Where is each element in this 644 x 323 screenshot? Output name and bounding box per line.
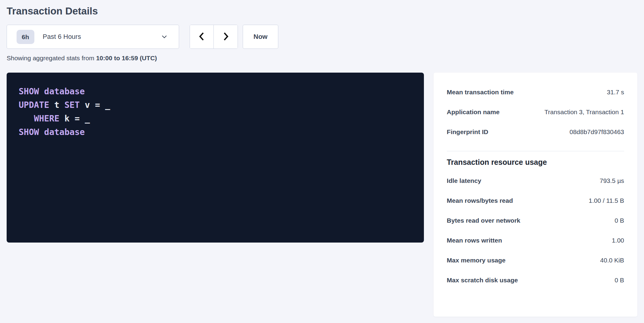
stat-label: Mean transaction time: [447, 89, 520, 96]
stat-value: 1.00: [612, 237, 624, 244]
next-range-button[interactable]: [214, 25, 238, 49]
transaction-details-card: Mean transaction time31.7 sApplication n…: [434, 73, 637, 317]
stat-label: Idle latency: [447, 177, 487, 184]
stat-label: Max scratch disk usage: [447, 277, 524, 284]
chevron-right-icon: [221, 31, 230, 43]
prev-range-button[interactable]: [190, 25, 214, 49]
stat-label: Fingerprint ID: [447, 128, 494, 136]
now-button[interactable]: Now: [243, 25, 278, 49]
time-controls-row: 6h Past 6 Hours Now: [7, 25, 637, 49]
main-content-row: SHOW databaseUPDATE t SET v = _ WHERE k …: [7, 73, 637, 317]
stat-row: Idle latency793.5 µs: [447, 171, 624, 191]
sql-token: SET: [65, 100, 80, 110]
stat-row: Max scratch disk usage0 B: [447, 270, 624, 290]
stat-label: Mean rows/bytes read: [447, 197, 519, 204]
sql-token: [19, 114, 34, 124]
sql-token: [39, 127, 44, 137]
sql-statement-box: SHOW databaseUPDATE t SET v = _ WHERE k …: [7, 73, 424, 243]
sql-token: WHERE: [34, 114, 59, 124]
chevron-left-icon: [197, 31, 206, 43]
sql-token: [39, 86, 44, 96]
aggregated-stats-summary: Showing aggregated stats from10:00 to 16…: [7, 55, 637, 62]
sql-line: SHOW database: [19, 85, 412, 98]
stat-value: 0 B: [614, 217, 624, 224]
time-range-arrows: [190, 25, 238, 49]
time-range-badge: 6h: [17, 30, 34, 44]
transaction-details-page: Transaction Details 6h Past 6 Hours Now: [0, 0, 644, 321]
sql-token: SHOW: [19, 86, 39, 96]
stat-row: Mean rows/bytes read1.00 / 11.5 B: [447, 191, 624, 211]
stat-row: Bytes read over network0 B: [447, 211, 624, 230]
time-range-label: Past 6 Hours: [43, 33, 81, 41]
stat-row: Application nameTransaction 3, Transacti…: [447, 102, 624, 122]
time-range-dropdown[interactable]: 6h Past 6 Hours: [7, 25, 179, 49]
sql-token: database: [44, 127, 85, 137]
page-title: Transaction Details: [7, 5, 637, 17]
stat-value: 31.7 s: [607, 89, 624, 96]
stat-value: 0 B: [614, 277, 624, 284]
stat-value: 1.00 / 11.5 B: [589, 197, 624, 204]
stat-value: 40.0 KiB: [600, 257, 624, 264]
summary-prefix: Showing aggregated stats from: [7, 55, 94, 61]
stat-row: Max memory usage40.0 KiB: [447, 250, 624, 270]
sql-line: WHERE k = _: [19, 112, 412, 125]
stat-value: 793.5 µs: [600, 177, 624, 184]
stat-label: Application name: [447, 108, 506, 116]
summary-range: 10:00 to 16:59 (UTC): [96, 55, 157, 61]
sql-statement: SHOW databaseUPDATE t SET v = _ WHERE k …: [19, 85, 412, 139]
sql-token: t: [49, 100, 65, 110]
sql-token: SHOW: [19, 127, 39, 137]
chevron-down-icon: [161, 33, 168, 40]
stat-value: 08d8b7d97f830463: [570, 128, 624, 136]
card-divider: [447, 151, 624, 151]
resource-usage-heading: Transaction resource usage: [447, 158, 624, 167]
stat-value: Transaction 3, Transaction 1: [545, 108, 624, 116]
sql-token: database: [44, 86, 85, 96]
transaction-summary-rows: Mean transaction time31.7 sApplication n…: [447, 82, 624, 142]
sql-token: k = _: [59, 114, 90, 124]
stat-row: Mean rows written1.00: [447, 230, 624, 250]
sql-token: v = _: [80, 100, 110, 110]
sql-line: UPDATE t SET v = _: [19, 98, 412, 112]
stat-row: Mean transaction time31.7 s: [447, 82, 624, 102]
sql-line: SHOW database: [19, 125, 412, 139]
stat-row: Fingerprint ID08d8b7d97f830463: [447, 122, 624, 142]
stat-label: Mean rows written: [447, 237, 508, 244]
stat-label: Bytes read over network: [447, 217, 526, 224]
resource-usage-rows: Idle latency793.5 µsMean rows/bytes read…: [447, 171, 624, 290]
sql-token: UPDATE: [19, 100, 49, 110]
stat-label: Max memory usage: [447, 257, 512, 264]
